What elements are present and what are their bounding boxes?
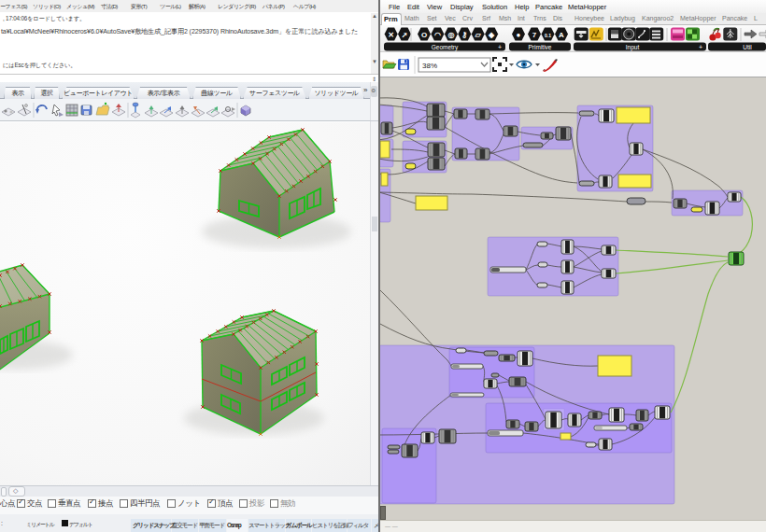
svg-text:38%: 38% xyxy=(422,62,437,70)
svg-text:◈: ◈ xyxy=(488,31,495,39)
svg-text:Input: Input xyxy=(626,44,640,51)
svg-text:Util: Util xyxy=(743,44,752,50)
svg-text:A: A xyxy=(559,31,564,39)
svg-text:Primitive: Primitive xyxy=(529,44,552,50)
svg-text:➚: ➚ xyxy=(402,31,408,39)
svg-text:Geometry: Geometry xyxy=(432,44,459,51)
svg-text:7: 7 xyxy=(532,31,537,39)
svg-text:▱: ▱ xyxy=(475,31,482,39)
svg-text:+: + xyxy=(699,44,702,50)
svg-text:◠: ◠ xyxy=(434,31,441,39)
svg-text:0.1: 0.1 xyxy=(545,33,551,38)
svg-text:⚷: ⚷ xyxy=(461,31,467,39)
svg-text:O: O xyxy=(421,31,427,39)
svg-text:◎: ◎ xyxy=(447,31,454,39)
svg-text:+: + xyxy=(498,44,502,50)
svg-text:✕: ✕ xyxy=(388,31,394,39)
svg-text:●: ● xyxy=(517,31,521,39)
